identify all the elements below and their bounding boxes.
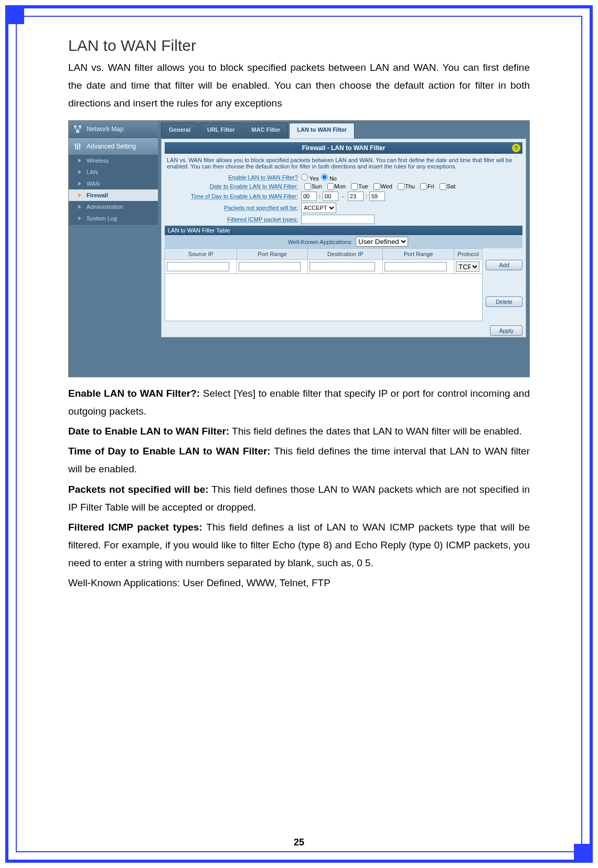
delete-button[interactable]: Delete bbox=[486, 297, 522, 307]
panel-title-bar: Firewall - LAN to WAN Filter ? bbox=[165, 142, 522, 154]
desc-date-label: Date to Enable LAN to WAN Filter: bbox=[68, 426, 229, 437]
sidebar-advanced-setting-label: Advanced Setting bbox=[87, 143, 136, 150]
router-ui-screenshot: Network Map Advanced Setting Wireless LA… bbox=[68, 120, 530, 377]
chk-sat-label: Sat bbox=[447, 183, 456, 189]
desc-packets-label: Packets not specified will be: bbox=[68, 484, 209, 495]
label-time-enable: Time of Day to Enable LAN to WAN Filter: bbox=[165, 193, 301, 199]
chk-fri[interactable] bbox=[420, 183, 427, 190]
sidebar-item-label: WAN bbox=[87, 181, 100, 187]
input-time-end-min[interactable] bbox=[369, 192, 385, 201]
chk-wed[interactable] bbox=[373, 183, 380, 190]
chk-wed-wrap[interactable]: Wed bbox=[370, 183, 392, 190]
tab-lan-to-wan-filter[interactable]: LAN to WAN Filter bbox=[289, 123, 355, 139]
table-input-row: TCP bbox=[165, 260, 483, 274]
chk-thu-wrap[interactable]: Thu bbox=[394, 183, 415, 190]
input-time-end-hour[interactable] bbox=[348, 192, 364, 201]
table-header-row: Source IP Port Range Destination IP Port… bbox=[165, 249, 483, 260]
desc-icmp-label: Filtered ICMP packet types: bbox=[68, 522, 202, 533]
input-source-ip[interactable] bbox=[167, 262, 229, 271]
chk-sun-label: Sun bbox=[312, 183, 322, 189]
sidebar-item-lan[interactable]: LAN bbox=[69, 166, 158, 178]
chk-thu[interactable] bbox=[398, 183, 404, 190]
th-protocol: Protocol bbox=[454, 249, 483, 260]
help-icon[interactable]: ? bbox=[512, 144, 520, 152]
filter-table-title: LAN to WAN Filter Table bbox=[165, 226, 522, 235]
main-panel: General URL Filter MAC Filter LAN to WAN… bbox=[158, 121, 529, 377]
desc-time-label: Time of Day to Enable LAN to WAN Filter: bbox=[68, 446, 271, 457]
tab-url-filter[interactable]: URL Filter bbox=[199, 123, 242, 139]
table-empty-row bbox=[165, 274, 483, 321]
triangle-icon bbox=[78, 193, 81, 197]
advanced-setting-icon bbox=[73, 142, 82, 151]
input-port-range-2[interactable] bbox=[385, 262, 447, 271]
chk-sun-wrap[interactable]: Sun bbox=[301, 183, 322, 190]
label-icmp-types: Filtered ICMP packet types: bbox=[165, 216, 301, 223]
sidebar-item-system-log[interactable]: System Log bbox=[69, 213, 158, 224]
th-port-range-1: Port Range bbox=[237, 249, 308, 260]
svg-point-3 bbox=[75, 144, 77, 145]
label-packets-default: Packets not specified will be: bbox=[165, 205, 301, 211]
desc-date-text: This field defines the dates that LAN to… bbox=[229, 426, 522, 437]
triangle-icon bbox=[78, 182, 81, 186]
input-port-range-1[interactable] bbox=[239, 262, 301, 271]
chk-tue-label: Tue bbox=[358, 183, 368, 189]
radio-no[interactable] bbox=[321, 174, 328, 181]
chk-sat[interactable] bbox=[440, 183, 446, 190]
network-map-icon bbox=[73, 124, 82, 134]
sidebar-item-firewall[interactable]: Firewall bbox=[69, 189, 158, 201]
panel-title: Firewall - LAN to WAN Filter bbox=[302, 144, 386, 152]
sidebar-item-wan[interactable]: WAN bbox=[69, 178, 158, 189]
label-enable-filter: Enable LAN to WAN Filter? bbox=[165, 174, 301, 181]
add-button[interactable]: Add bbox=[486, 260, 522, 270]
th-source-ip: Source IP bbox=[165, 249, 237, 260]
sidebar-item-label: Firewall bbox=[87, 192, 108, 198]
svg-rect-0 bbox=[74, 125, 77, 128]
tab-bar: General URL Filter MAC Filter LAN to WAN… bbox=[161, 123, 526, 139]
triangle-icon bbox=[78, 158, 81, 163]
label-wka: Well-Known Applications: bbox=[167, 239, 356, 245]
corner-tl bbox=[5, 5, 24, 24]
tab-body: Firewall - LAN to WAN Filter ? LAN vs. W… bbox=[161, 139, 526, 338]
svg-rect-2 bbox=[76, 130, 79, 133]
radio-yes-wrap[interactable]: Yes bbox=[301, 174, 319, 182]
input-time-start-hour[interactable] bbox=[301, 192, 317, 201]
chk-wed-label: Wed bbox=[381, 183, 392, 189]
apply-button[interactable]: Apply bbox=[490, 325, 522, 336]
svg-point-4 bbox=[77, 146, 79, 148]
select-packets-default[interactable]: ACCEPT bbox=[301, 203, 336, 213]
triangle-icon bbox=[78, 216, 81, 220]
triangle-icon bbox=[78, 205, 81, 209]
intro-paragraph: LAN vs. WAN filter allows you to block s… bbox=[68, 59, 530, 113]
desc-enable-label: Enable LAN to WAN Filter?: bbox=[68, 388, 200, 399]
sidebar-network-map[interactable]: Network Map bbox=[69, 121, 158, 137]
chk-mon[interactable] bbox=[327, 183, 334, 190]
radio-yes[interactable] bbox=[301, 174, 308, 181]
chk-sun[interactable] bbox=[304, 183, 311, 190]
th-destination-ip: Destination IP bbox=[308, 249, 383, 260]
input-destination-ip[interactable] bbox=[309, 262, 375, 271]
sidebar-item-administration[interactable]: Administration bbox=[69, 201, 158, 213]
tab-general[interactable]: General bbox=[161, 123, 198, 139]
chk-sat-wrap[interactable]: Sat bbox=[436, 183, 456, 190]
chk-tue-wrap[interactable]: Tue bbox=[348, 183, 368, 190]
chk-tue[interactable] bbox=[351, 183, 358, 190]
sidebar-item-label: System Log bbox=[87, 215, 117, 221]
sidebar-item-wireless[interactable]: Wireless bbox=[69, 155, 158, 166]
svg-rect-1 bbox=[79, 125, 81, 128]
sidebar-advanced-setting[interactable]: Advanced Setting bbox=[69, 138, 158, 155]
input-icmp-types[interactable] bbox=[301, 215, 375, 224]
page-title: LAN to WAN Filter bbox=[68, 37, 530, 55]
chk-fri-wrap[interactable]: Fri bbox=[417, 183, 434, 190]
sidebar-network-map-label: Network Map bbox=[87, 125, 124, 133]
chk-thu-label: Thu bbox=[405, 183, 415, 189]
descriptions-block: Enable LAN to WAN Filter?: Select [Yes] … bbox=[68, 385, 530, 592]
triangle-icon bbox=[78, 170, 81, 174]
select-wka[interactable]: User Defined bbox=[356, 237, 408, 247]
th-port-range-2: Port Range bbox=[383, 249, 454, 260]
input-time-start-min[interactable] bbox=[323, 192, 338, 201]
radio-no-wrap[interactable]: No bbox=[321, 174, 337, 182]
select-protocol[interactable]: TCP bbox=[456, 261, 479, 272]
tab-mac-filter[interactable]: MAC Filter bbox=[243, 123, 288, 139]
filter-table: Source IP Port Range Destination IP Port… bbox=[165, 248, 483, 321]
chk-mon-wrap[interactable]: Mon bbox=[324, 183, 346, 190]
